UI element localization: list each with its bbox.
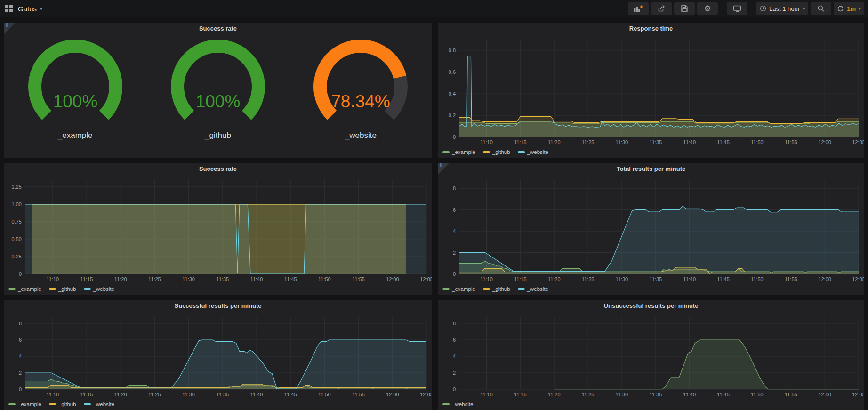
svg-text:0.8: 0.8 (449, 48, 456, 53)
panel-title[interactable]: Total results per minute (438, 163, 864, 175)
svg-text:11:25: 11:25 (582, 139, 595, 145)
svg-text:12:00: 12:00 (386, 276, 399, 282)
legend-swatch (84, 403, 91, 405)
svg-text:0.4: 0.4 (449, 91, 456, 96)
panel-title[interactable]: Success rate (4, 163, 432, 175)
legend-item-_website[interactable]: _website (442, 402, 473, 407)
panel-title[interactable]: Unsuccessful results per minute (438, 300, 864, 312)
svg-text:12:00: 12:00 (818, 139, 831, 145)
time-range-picker[interactable]: Last 1 hour ▾ (756, 2, 808, 15)
svg-text:11:40: 11:40 (683, 139, 696, 145)
unsuccessful-results-chart[interactable]: 11:1011:1511:2011:2511:3011:3511:4011:45… (438, 312, 864, 399)
panel-success-rate-chart: Success rate 11:1011:1511:2011:2511:3011… (4, 163, 432, 295)
chart-legend: _example _github _website (4, 399, 432, 410)
clock-icon (760, 5, 766, 12)
svg-text:11:30: 11:30 (182, 276, 195, 282)
svg-text:11:55: 11:55 (785, 392, 797, 397)
successful-results-chart[interactable]: 11:1011:1511:2011:2511:3011:3511:4011:45… (4, 312, 432, 399)
svg-text:11:45: 11:45 (717, 139, 730, 145)
gauge-arc: 78.34% (290, 38, 431, 130)
legend-item-_github[interactable]: _github (483, 286, 510, 292)
svg-text:11:55: 11:55 (785, 139, 797, 145)
panel-title[interactable]: Response time (438, 23, 864, 35)
legend-item-_website[interactable]: _website (518, 286, 548, 292)
settings-gear-icon[interactable]: ⚙ (697, 2, 718, 15)
svg-text:11:50: 11:50 (318, 392, 331, 397)
svg-text:11:50: 11:50 (751, 276, 764, 282)
refresh-button[interactable]: 1m ▾ (834, 2, 864, 15)
svg-text:11:40: 11:40 (250, 392, 263, 397)
svg-text:11:35: 11:35 (649, 276, 662, 282)
legend-swatch (49, 288, 56, 290)
legend-item-_example[interactable]: _example (8, 402, 41, 407)
legend-item-_website[interactable]: _website (84, 402, 114, 407)
response-time-chart[interactable]: 11:1011:1511:2011:2511:3011:3511:4011:45… (438, 35, 864, 146)
legend-item-_github[interactable]: _github (49, 402, 76, 407)
svg-text:12:00: 12:00 (818, 392, 831, 397)
chevron-down-icon: ▾ (803, 6, 805, 11)
svg-text:12:00: 12:00 (818, 276, 831, 282)
legend-item-_example[interactable]: _example (8, 286, 41, 292)
panel-title[interactable]: Successful results per minute (4, 300, 432, 312)
svg-text:0: 0 (453, 271, 456, 277)
svg-text:11:35: 11:35 (216, 392, 229, 397)
legend-swatch (442, 151, 450, 153)
dashboard-grid-icon[interactable] (5, 4, 13, 13)
legend-item-_github[interactable]: _github (49, 286, 76, 292)
legend-item-_website[interactable]: _website (84, 286, 114, 292)
svg-text:11:45: 11:45 (284, 392, 297, 397)
panel-successful-results: Successful results per minute 11:1011:15… (4, 300, 432, 410)
legend-swatch (518, 288, 525, 290)
svg-text:0.2: 0.2 (449, 113, 456, 118)
add-panel-button[interactable] (628, 2, 649, 15)
chevron-down-icon: ▾ (859, 6, 861, 11)
svg-text:0: 0 (453, 134, 456, 140)
share-icon[interactable] (651, 2, 672, 15)
legend-swatch (49, 403, 56, 405)
legend-item-_example[interactable]: _example (442, 286, 475, 292)
svg-text:4: 4 (453, 228, 456, 234)
dashboard-title[interactable]: Gatus ▾ (18, 5, 42, 13)
svg-text:8: 8 (19, 321, 22, 326)
svg-text:11:20: 11:20 (114, 276, 127, 282)
svg-text:1.00: 1.00 (12, 201, 22, 207)
zoom-out-button[interactable] (811, 2, 831, 15)
gauge-label: _github (205, 131, 231, 140)
chart-legend: _example _github _website (4, 283, 432, 295)
tv-mode-icon[interactable] (727, 2, 747, 15)
svg-text:11:15: 11:15 (80, 276, 93, 282)
save-icon[interactable] (674, 2, 695, 15)
legend-swatch (8, 403, 16, 405)
time-range-label: Last 1 hour (769, 5, 800, 12)
legend-item-_example[interactable]: _example (442, 149, 475, 155)
legend-swatch (84, 288, 91, 290)
svg-text:0.50: 0.50 (12, 236, 22, 242)
gauge-label: _example (58, 131, 93, 140)
gauge-arc: 100% (147, 38, 289, 130)
svg-text:0: 0 (19, 386, 22, 392)
svg-text:11:15: 11:15 (514, 392, 527, 397)
gauge-_website: 78.34% _website (289, 35, 432, 158)
svg-text:11:15: 11:15 (80, 392, 93, 397)
legend-item-_github[interactable]: _github (483, 149, 510, 155)
svg-text:11:20: 11:20 (548, 139, 561, 145)
svg-text:4: 4 (453, 354, 456, 359)
svg-text:11:20: 11:20 (548, 276, 561, 282)
svg-text:2: 2 (19, 370, 22, 376)
svg-text:11:10: 11:10 (46, 276, 59, 282)
success-rate-chart[interactable]: 11:1011:1511:2011:2511:3011:3511:4011:45… (4, 175, 432, 283)
svg-text:11:35: 11:35 (649, 139, 662, 145)
svg-text:11:15: 11:15 (514, 276, 527, 282)
legend-item-_website[interactable]: _website (518, 149, 548, 155)
svg-text:12:05: 12:05 (420, 392, 432, 397)
dashboard-title-text: Gatus (18, 5, 37, 13)
svg-text:11:10: 11:10 (480, 139, 493, 145)
svg-text:12:05: 12:05 (852, 392, 864, 397)
svg-text:6: 6 (453, 207, 456, 213)
info-icon[interactable]: i (4, 23, 16, 34)
legend-swatch (483, 151, 490, 153)
panel-title[interactable]: Success rate (4, 23, 432, 35)
svg-text:11:30: 11:30 (616, 276, 628, 282)
total-results-chart[interactable]: 11:1011:1511:2011:2511:3011:3511:4011:45… (438, 175, 864, 283)
info-icon[interactable]: i (438, 163, 450, 175)
